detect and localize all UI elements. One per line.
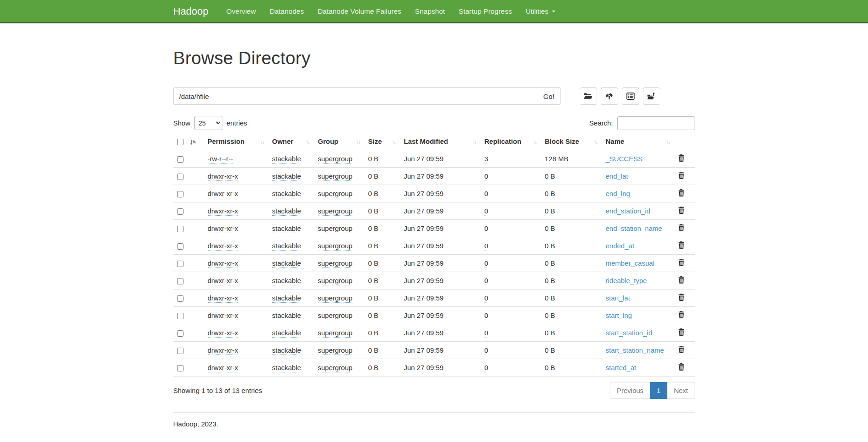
replication-value[interactable]: 0 [485, 259, 488, 268]
owner-value[interactable]: stackable [272, 224, 301, 233]
column-header-permission[interactable]: Permission↑↓ [204, 133, 269, 150]
file-link[interactable]: start_lng [606, 311, 632, 319]
permission-value[interactable]: drwxr-xr-x [208, 311, 238, 320]
row-checkbox[interactable] [177, 156, 183, 163]
delete-file-button[interactable] [678, 328, 685, 336]
delete-file-button[interactable] [678, 311, 685, 318]
delete-file-button[interactable] [678, 172, 685, 179]
replication-value[interactable]: 0 [485, 294, 488, 303]
group-value[interactable]: supergroup [318, 190, 353, 198]
replication-value[interactable]: 0 [485, 224, 488, 233]
permission-value[interactable]: drwxr-xr-x [208, 224, 238, 233]
nav-item-overview[interactable]: Overview [220, 0, 263, 22]
file-link[interactable]: ended_at [606, 242, 635, 250]
select-all-checkbox[interactable] [177, 139, 183, 145]
permission-value[interactable]: drwxr-xr-x [208, 172, 238, 181]
file-link[interactable]: rideable_type [606, 277, 647, 284]
file-link[interactable]: start_station_id [606, 329, 652, 337]
permission-value[interactable]: drwxr-xr-x [208, 259, 238, 268]
group-value[interactable]: supergroup [318, 207, 353, 216]
group-value[interactable]: supergroup [318, 242, 353, 251]
row-checkbox[interactable] [177, 226, 183, 232]
delete-file-button[interactable] [678, 154, 685, 162]
permission-value[interactable]: drwxr-xr-x [208, 364, 238, 372]
upload-files-button[interactable] [601, 87, 618, 105]
row-checkbox[interactable] [177, 295, 183, 302]
path-input[interactable] [173, 87, 537, 105]
row-checkbox[interactable] [177, 278, 183, 284]
replication-value[interactable]: 0 [485, 364, 488, 372]
delete-file-button[interactable] [678, 346, 685, 353]
replication-value[interactable]: 0 [485, 311, 488, 320]
delete-file-button[interactable] [678, 294, 685, 301]
delete-file-button[interactable] [678, 276, 685, 284]
column-header-size[interactable]: Size↑↓ [365, 133, 400, 150]
row-checkbox[interactable] [177, 174, 183, 180]
file-link[interactable]: end_lng [606, 190, 630, 197]
owner-value[interactable]: stackable [272, 242, 301, 251]
owner-value[interactable]: stackable [272, 172, 301, 181]
directory-listing-button[interactable] [622, 87, 639, 105]
permission-value[interactable]: drwxr-xr-x [208, 294, 238, 303]
delete-file-button[interactable] [678, 259, 685, 266]
page-size-select[interactable]: 25 [194, 116, 222, 130]
row-checkbox[interactable] [177, 330, 183, 337]
group-value[interactable]: supergroup [318, 259, 353, 268]
file-link[interactable]: end_station_name [606, 224, 662, 232]
permission-value[interactable]: drwxr-xr-x [208, 207, 238, 216]
group-value[interactable]: supergroup [318, 346, 353, 355]
owner-value[interactable]: stackable [272, 329, 301, 338]
file-link[interactable]: end_station_id [606, 207, 651, 215]
column-header-last-modified[interactable]: Last Modified↑↓ [400, 133, 481, 150]
nav-item-datanodes[interactable]: Datanodes [263, 0, 311, 22]
owner-value[interactable]: stackable [272, 311, 301, 320]
permission-value[interactable]: drwxr-xr-x [208, 277, 238, 285]
nav-item-utilities[interactable]: Utilities [519, 0, 562, 22]
permission-value[interactable]: drwxr-xr-x [208, 190, 238, 198]
owner-value[interactable]: stackable [272, 155, 301, 164]
replication-value[interactable]: 0 [485, 190, 488, 198]
group-value[interactable]: supergroup [318, 172, 353, 181]
file-link[interactable]: started_at [606, 364, 636, 371]
search-input[interactable] [617, 116, 695, 130]
group-value[interactable]: supergroup [318, 277, 353, 285]
file-link[interactable]: end_lat [606, 172, 628, 180]
group-value[interactable]: supergroup [318, 311, 353, 320]
group-value[interactable]: supergroup [318, 329, 353, 338]
nav-item-startup-progress[interactable]: Startup Progress [452, 0, 518, 22]
delete-file-button[interactable] [678, 207, 685, 214]
row-checkbox[interactable] [177, 261, 183, 267]
move-directory-button[interactable] [643, 87, 660, 105]
row-checkbox[interactable] [177, 191, 183, 197]
column-header-group[interactable]: Group↑↓ [314, 133, 365, 150]
create-directory-button[interactable] [580, 87, 597, 105]
group-value[interactable]: supergroup [318, 155, 353, 164]
owner-value[interactable]: stackable [272, 207, 301, 216]
go-button[interactable]: Go! [537, 87, 561, 105]
next-page-button[interactable]: Next [667, 382, 695, 399]
navbar-brand[interactable]: Hadoop [173, 5, 209, 17]
permission-value[interactable]: -rw-r--r-- [208, 155, 233, 164]
replication-value[interactable]: 0 [485, 207, 488, 216]
replication-value[interactable]: 0 [485, 172, 488, 181]
nav-item-datanode-volume-failures[interactable]: Datanode Volume Failures [311, 0, 408, 22]
permission-value[interactable]: drwxr-xr-x [208, 346, 238, 355]
delete-file-button[interactable] [678, 241, 685, 249]
row-checkbox[interactable] [177, 313, 183, 319]
column-header-replication[interactable]: Replication↑↓ [481, 133, 541, 150]
replication-value[interactable]: 0 [485, 242, 488, 251]
file-link[interactable]: _SUCCESS [606, 155, 643, 163]
file-link[interactable]: start_lat [606, 294, 630, 302]
group-value[interactable]: supergroup [318, 294, 353, 303]
owner-value[interactable]: stackable [272, 346, 301, 355]
page-1-button[interactable]: 1 [650, 382, 667, 399]
delete-file-button[interactable] [678, 363, 685, 371]
replication-value[interactable]: 0 [485, 346, 488, 355]
owner-value[interactable]: stackable [272, 277, 301, 285]
group-value[interactable]: supergroup [318, 224, 353, 233]
file-link[interactable]: member_casual [606, 259, 655, 267]
row-checkbox[interactable] [177, 208, 183, 215]
owner-value[interactable]: stackable [272, 294, 301, 303]
permission-value[interactable]: drwxr-xr-x [208, 242, 238, 251]
column-header-owner[interactable]: Owner↑↓ [269, 133, 314, 150]
